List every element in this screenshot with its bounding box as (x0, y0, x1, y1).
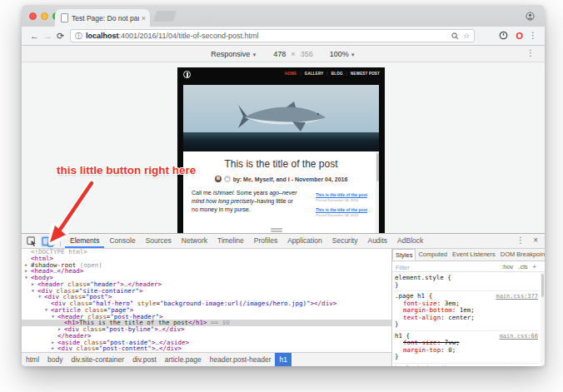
twisty-icon[interactable]: ▶ (25, 268, 31, 275)
window-close-button[interactable] (29, 12, 37, 20)
aside-post-link[interactable]: This is the title of the post (316, 192, 371, 197)
devtools-tab-application[interactable]: Application (282, 234, 327, 248)
selector-token: .page h1 (395, 292, 425, 300)
breadcrumb-item-body[interactable]: body (43, 353, 67, 366)
page-icon (61, 13, 68, 22)
twisty-icon[interactable]: ▶ (52, 340, 57, 346)
byline-text: by: Me, Myself, and I - November 04, 201… (233, 176, 348, 182)
tree-row[interactable]: <!DOCTYPE html> (22, 249, 391, 256)
stylesheet-link[interactable]: main.css:377 (496, 293, 538, 300)
site-logo-icon[interactable] (183, 71, 191, 78)
devtools-tabs: ElementsConsoleSourcesNetworkTimelinePro… (65, 234, 428, 248)
tree-row[interactable]: ▶<div class="post-content">…</div> (22, 345, 391, 352)
breadcrumb-item-header-post-header[interactable]: header.post-header (206, 353, 276, 366)
nav-link-gallery[interactable]: GALLERY (305, 72, 324, 76)
back-icon[interactable]: ← (30, 30, 39, 42)
aside-post-link[interactable]: This is the title of the post (316, 207, 371, 212)
devtools-tab-security[interactable]: Security (327, 234, 363, 248)
tab-bar: Test Page: Do not panic × (22, 5, 545, 27)
hero-image (183, 85, 379, 151)
devtools-tab-network[interactable]: Network (177, 234, 212, 248)
extension-icon-red-o[interactable]: O (516, 31, 523, 41)
extension-icon-1[interactable] (499, 31, 508, 40)
stylesheet-link[interactable]: main.css:66 (500, 333, 538, 340)
styles-scrollbar[interactable] (541, 272, 545, 366)
window-minimize-button[interactable] (41, 12, 48, 20)
breadcrumb-item-h1[interactable]: h1 (275, 353, 291, 366)
inspect-icon[interactable] (27, 236, 37, 246)
code-token: ></div> (311, 300, 337, 307)
code-token: </div> (159, 345, 182, 352)
property-value: center; (448, 314, 475, 321)
author-avatar[interactable] (215, 176, 222, 182)
brace: { (402, 332, 410, 340)
social-avatar-icon[interactable] (224, 176, 231, 182)
nav-link-newest-post[interactable]: NEWEST POST (351, 72, 380, 76)
dom-breadcrumb: htmlbodydiv.site-containerdiv.postarticl… (22, 352, 391, 366)
css-property[interactable]: margin-top: 0; (395, 347, 538, 355)
breadcrumb-item-div-post[interactable]: div.post (128, 353, 161, 366)
sidebar-tab-computed[interactable]: Computed (416, 249, 450, 261)
browser-menu-icon[interactable]: ⋮ (529, 31, 537, 40)
new-tab-button[interactable] (153, 11, 177, 22)
post-aside: This is the title of the postPosted Nove… (316, 189, 371, 222)
selector-token: h1 (395, 332, 402, 340)
aside-post-meta: Posted November 04, 2016 (316, 213, 371, 217)
viewport-resize-handle[interactable] (271, 228, 282, 232)
zoom-indicator-icon[interactable] (451, 32, 459, 40)
styles-filter-input[interactable] (394, 262, 472, 272)
stylesheet-link[interactable]: main.css:2 (503, 365, 538, 367)
devtools-tab-timeline[interactable]: Timeline (212, 234, 249, 248)
url-field[interactable]: ⓘ localhost:4001/2016/11/04/title-of-sec… (70, 29, 475, 42)
devtools-close-icon[interactable]: × (533, 236, 538, 245)
sidebar-tab-dom-breakpoints[interactable]: DOM Breakpoints (498, 249, 545, 261)
sidebar-tab-styles[interactable]: Styles (392, 249, 416, 261)
twisty-icon[interactable]: ▼ (38, 294, 44, 300)
post-title: This is the title of the post (183, 158, 379, 170)
bookmark-star-icon[interactable]: ☆ (463, 32, 470, 40)
devtools-tab-sources[interactable]: Sources (141, 234, 177, 248)
style-rule: element.style {} (395, 273, 538, 291)
twisty-icon[interactable]: ▼ (45, 307, 51, 314)
article-scrollbar[interactable] (376, 151, 379, 233)
devtools-tab-audits[interactable]: Audits (362, 234, 392, 248)
profile-icon[interactable] (526, 12, 535, 21)
style-toggle-hov[interactable]: :hov (501, 263, 513, 270)
tree-row[interactable]: ▶<head>…</head> (22, 268, 391, 275)
scrollbar-thumb[interactable] (541, 274, 544, 297)
devtools-tab-adblock[interactable]: AdBlock (392, 234, 428, 248)
style-rule: .page h1 {main.css:377font-size: 3em;mar… (395, 291, 538, 331)
scrollbar-thumb[interactable] (376, 153, 379, 181)
breadcrumb-item-article-page[interactable]: article.page (161, 353, 206, 366)
nav-link-blog[interactable]: BLOG (331, 72, 343, 76)
twisty-icon[interactable]: ▼ (25, 275, 31, 281)
twisty-icon[interactable]: ▶ (25, 262, 31, 269)
device-mode-select[interactable]: Responsive▼ (211, 50, 257, 58)
style-toggle-cls[interactable]: .cls (518, 263, 527, 270)
twisty-icon[interactable]: ▶ (32, 281, 37, 288)
shark-image (223, 99, 348, 132)
reload-icon[interactable]: ⟳ (57, 30, 64, 42)
device-toolbar-menu-icon[interactable]: ⋮ (526, 48, 535, 57)
viewport-width-value[interactable]: 478 (273, 50, 286, 58)
devtools-tab-console[interactable]: Console (104, 234, 140, 248)
paragraph-text: Call me (192, 190, 213, 196)
forward-icon[interactable]: → (43, 30, 52, 42)
devtools-menu-icon[interactable]: ⋮ (516, 236, 525, 245)
breadcrumb-item-html[interactable]: html (22, 353, 43, 366)
nav-link-home[interactable]: HOME (285, 72, 296, 76)
breadcrumb-item-div-site-container[interactable]: div.site-container (67, 353, 129, 366)
zoom-select[interactable]: 100%▼ (330, 50, 356, 58)
devtools-tab-profiles[interactable]: Profiles (249, 234, 282, 248)
tab-close-icon[interactable]: × (142, 14, 146, 22)
viewport-height-value[interactable]: 356 (301, 50, 313, 58)
twisty-icon[interactable]: ▼ (52, 314, 57, 320)
twisty-icon[interactable]: ▼ (32, 288, 37, 295)
info-icon[interactable]: ⓘ (75, 31, 82, 42)
css-property[interactable]: text-align: center; (395, 315, 538, 322)
browser-tab[interactable]: Test Page: Do not panic × (55, 9, 150, 27)
twisty-icon[interactable]: ▶ (52, 345, 57, 352)
style-toggle-[interactable]: + (533, 263, 536, 270)
address-bar: ← → ⟳ ⓘ localhost:4001/2016/11/04/title-… (22, 27, 545, 46)
sidebar-tab-event-listeners[interactable]: Event Listeners (450, 249, 498, 261)
